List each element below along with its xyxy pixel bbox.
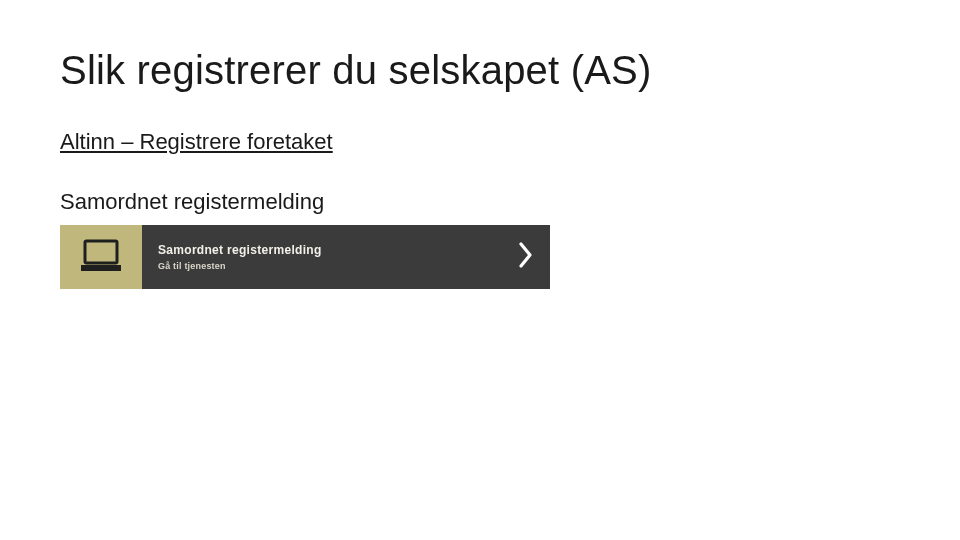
service-card-icon-box bbox=[60, 225, 142, 289]
altinn-link[interactable]: Altinn – Registrere foretaket bbox=[60, 129, 333, 155]
service-card-arrow-box bbox=[502, 225, 550, 289]
page-title: Slik registrerer du selskapet (AS) bbox=[60, 48, 900, 93]
service-card-title: Samordnet registermelding bbox=[158, 243, 322, 257]
service-card-subtitle: Gå til tjenesten bbox=[158, 261, 322, 271]
laptop-icon bbox=[77, 237, 125, 277]
chevron-right-icon bbox=[518, 241, 534, 273]
service-card[interactable]: Samordnet registermelding Gå til tjenest… bbox=[60, 225, 550, 289]
service-card-body: Samordnet registermelding Gå til tjenest… bbox=[142, 225, 502, 289]
service-card-text: Samordnet registermelding Gå til tjenest… bbox=[158, 243, 322, 271]
slide: Slik registrerer du selskapet (AS) Altin… bbox=[0, 0, 960, 540]
subheading: Samordnet registermelding bbox=[60, 189, 900, 215]
svg-rect-0 bbox=[85, 241, 117, 263]
svg-rect-1 bbox=[81, 265, 121, 271]
